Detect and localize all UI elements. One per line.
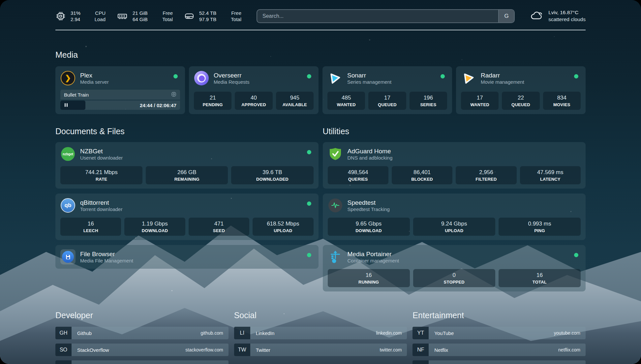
- service-name: NZBGet: [80, 147, 123, 155]
- service-card-nzbget[interactable]: nzbget NZBGet Usenet downloader 744.21 M…: [55, 142, 319, 189]
- service-description: Speedtest Tracking: [348, 206, 390, 212]
- memory-free-value: 21 GiB: [133, 10, 148, 16]
- bookmark-stackoverflow[interactable]: SO StackOverflow stackoverflow.com: [55, 344, 229, 356]
- weather-widget: Lviv, 16.87°C scattered clouds: [530, 9, 586, 23]
- bookmark-abbr: DT: [55, 360, 72, 364]
- service-name: Speedtest: [348, 199, 390, 207]
- bookmark-domain: twitter.com: [380, 344, 407, 356]
- bookmark-abbr: GH: [55, 327, 72, 339]
- section-title-utilities: Utilities: [323, 127, 586, 136]
- qbittorrent-logo-icon: qb: [60, 198, 76, 213]
- bookmark-name: YouTube: [429, 327, 454, 339]
- adguard-logo-icon: [328, 146, 343, 162]
- bookmark-netflix[interactable]: NF Netflix netflix.com: [412, 344, 586, 356]
- disk-free-value: 52.4 TB: [199, 10, 216, 16]
- service-name: Plex: [80, 72, 109, 79]
- cpu-icon: [55, 11, 66, 23]
- stat-box: 86,401 BLOCKED: [392, 166, 452, 184]
- disk-icon: [184, 11, 195, 23]
- bookmark-name: Netflix: [429, 344, 448, 356]
- service-card-plex[interactable]: ❯ Plex Media server Bullet Train: [55, 66, 185, 114]
- disk-total-value: 97.9 TB: [199, 16, 216, 23]
- bookmark-name: LinkedIn: [250, 327, 275, 339]
- bookmark-group-title: Entertainment: [412, 311, 586, 320]
- stat-box: 16 TOTAL: [499, 269, 581, 287]
- cpu-label: CPU: [95, 10, 106, 16]
- stat-box: 40 APPROVED: [235, 92, 272, 110]
- plex-now-playing: Bullet Train 24:44 / 02:06:47: [60, 86, 180, 110]
- stat-box: 16 LEECH: [60, 218, 121, 236]
- service-card-filebrowser[interactable]: File Browser Media File Management: [55, 245, 319, 269]
- stat-box: 266 GB REMAINING: [146, 166, 228, 184]
- search-bar: G: [257, 9, 515, 23]
- service-card-qbittorrent[interactable]: qb qBittorrent Torrent downloader 16: [55, 194, 319, 240]
- service-description: Series management: [347, 79, 391, 85]
- bookmark-dev[interactable]: DT DEV dev.to: [55, 360, 229, 364]
- portainer-logo-icon: [328, 249, 343, 264]
- stat-box: 2,956 FILTERED: [456, 166, 516, 184]
- weather-location-temp: Lviv, 16.87°C: [548, 9, 586, 16]
- cpu-widget: 31% 2.94 CPU Load: [55, 10, 106, 23]
- search-provider-button[interactable]: G: [498, 10, 514, 22]
- bookmark-group-social: Social LI LinkedIn linkedin.com TW Twitt…: [234, 311, 407, 364]
- status-online-dot: [441, 74, 445, 78]
- stat-row: 498,564 QUERIES 86,401 BLOCKED 2,956 FIL…: [328, 162, 581, 184]
- stat-row: 9.65 Gbps DOWNLOAD 9.24 Gbps UPLOAD 0.99…: [328, 213, 581, 236]
- service-description: Container management: [348, 258, 399, 263]
- stat-box: 196 SERIES: [410, 92, 447, 110]
- stat-box: 47.569 ms LATENCY: [520, 166, 581, 184]
- service-description: Usenet downloader: [80, 155, 123, 161]
- status-online-dot: [173, 74, 178, 78]
- plex-logo-icon: ❯: [60, 71, 76, 86]
- memory-free-label: Free: [162, 10, 173, 16]
- cloud-icon: [530, 10, 544, 23]
- cpu-value: 31%: [71, 10, 80, 16]
- bookmark-abbr: LI: [234, 327, 250, 339]
- cpu-load-value: 2.94: [71, 16, 80, 23]
- service-description: Media server: [80, 79, 109, 85]
- bookmark-github[interactable]: GH Github github.com: [55, 327, 229, 339]
- service-name: Sonarr: [347, 72, 391, 79]
- service-description: Media File Management: [80, 258, 133, 263]
- status-online-dot: [574, 74, 578, 78]
- bookmark-abbr: RE: [412, 360, 429, 364]
- stat-box: 16 RUNNING: [328, 269, 410, 287]
- cpu-load-label: Load: [95, 16, 106, 23]
- service-card-adguard[interactable]: AdGuard Home DNS and adblocking 498,564 …: [323, 142, 586, 189]
- stat-box: 744.21 Mbps RATE: [60, 166, 142, 184]
- service-card-speedtest[interactable]: Speedtest Speedtest Tracking 9.65 Gbps D…: [323, 194, 586, 240]
- bookmark-domain: reddit.com: [559, 360, 586, 364]
- service-name: Media Portainer: [348, 250, 399, 258]
- stat-box: 618.52 Mbps UPLOAD: [253, 218, 313, 236]
- stat-row: 16 RUNNING 0 STOPPED 16 TOTAL: [328, 264, 581, 287]
- bookmark-reddit[interactable]: RE Reddit reddit.com: [412, 360, 586, 364]
- stat-row: 744.21 Mbps RATE 266 GB REMAINING 39.6 T…: [60, 162, 314, 184]
- bookmark-youtube[interactable]: YT YouTube youtube.com: [412, 327, 586, 339]
- memory-total-label: Total: [162, 16, 173, 23]
- status-online-dot: [307, 253, 311, 257]
- stat-box: 945 AVAILABLE: [276, 92, 314, 110]
- bookmark-group-entertainment: Entertainment YT YouTube youtube.com NF …: [412, 311, 586, 364]
- search-input[interactable]: [257, 10, 498, 22]
- bookmark-group-title: Social: [234, 311, 407, 320]
- stat-box: 1.19 Gbps DOWNLOAD: [124, 218, 185, 236]
- bookmark-linkedin[interactable]: LI LinkedIn linkedin.com: [234, 327, 407, 339]
- service-card-sonarr[interactable]: Sonarr Series management 485 WANTED 17 Q…: [322, 66, 452, 114]
- service-card-radarr[interactable]: Radarr Movie management 17 WANTED 22 QUE…: [456, 66, 586, 114]
- disk-widget: 52.4 TB 97.9 TB Free Total: [184, 10, 241, 23]
- memory-widget: 21 GiB 64 GiB Free Total: [117, 10, 173, 23]
- sonarr-logo-icon: [327, 71, 343, 86]
- top-bar: 31% 2.94 CPU Load: [55, 0, 586, 23]
- snow-specks: [0, 0, 1, 1]
- bookmark-twitter[interactable]: TW Twitter twitter.com: [234, 344, 407, 356]
- service-description: Media Requests: [214, 79, 249, 85]
- now-playing-progress: 24:44 / 02:06:47: [60, 101, 180, 110]
- service-card-portainer[interactable]: Media Portainer Container management 16 …: [323, 245, 586, 291]
- bookmark-abbr: YT: [412, 327, 429, 339]
- service-name: File Browser: [80, 250, 133, 258]
- service-name: Overseerr: [214, 72, 249, 79]
- stat-box: 21 PENDING: [194, 92, 231, 110]
- stat-row: 17 WANTED 22 QUEUED 834 MOVIES: [461, 87, 581, 110]
- service-card-overseerr[interactable]: Overseerr Media Requests 21 PENDING 40 A…: [189, 66, 319, 114]
- status-online-dot: [307, 74, 311, 78]
